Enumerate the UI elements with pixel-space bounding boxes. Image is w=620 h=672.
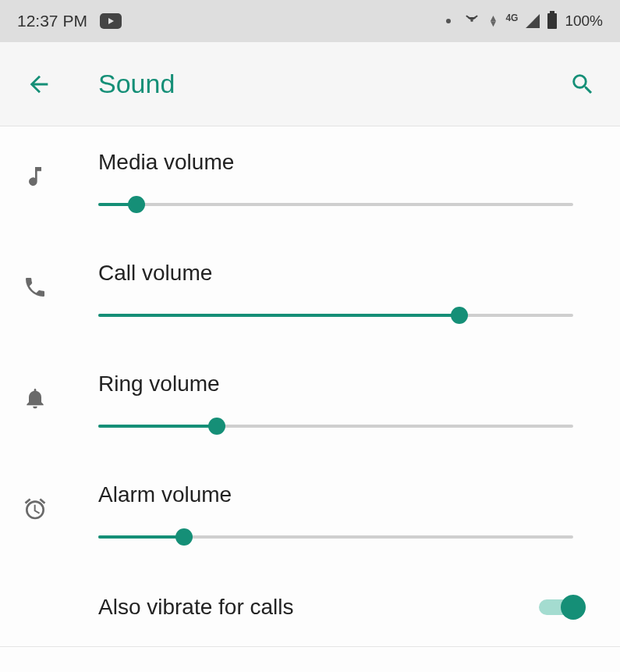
media-volume-slider[interactable] xyxy=(98,195,573,214)
status-time: 12:37 PM xyxy=(17,12,87,30)
signal-icon xyxy=(526,14,540,28)
volume-label: Ring volume xyxy=(98,372,573,396)
volume-item-ring: Ring volume xyxy=(0,348,620,459)
toggle-label: Also vibrate for calls xyxy=(98,595,539,620)
call-volume-slider[interactable] xyxy=(98,306,573,325)
ring-volume-slider[interactable] xyxy=(98,417,573,436)
data-arrows-icon: ▲▼ xyxy=(488,16,498,27)
alarm-clock-icon xyxy=(17,482,53,521)
phone-icon xyxy=(17,261,53,300)
back-button[interactable] xyxy=(23,69,55,100)
music-note-icon xyxy=(17,150,53,189)
content-area[interactable]: Media volume Call volume Ring vo xyxy=(0,126,620,672)
bell-icon xyxy=(17,372,53,411)
status-left: 12:37 PM xyxy=(17,12,122,30)
status-right: ▲▼ 4G 100% xyxy=(446,11,603,32)
search-button[interactable] xyxy=(567,69,598,100)
volume-item-call: Call volume xyxy=(0,237,620,348)
vibrate-switch[interactable] xyxy=(539,593,583,621)
notification-dot-icon xyxy=(446,19,451,23)
divider xyxy=(0,646,620,647)
volume-label: Call volume xyxy=(98,261,573,286)
toggle-item-vibrate: Also vibrate for calls xyxy=(0,570,620,645)
search-icon xyxy=(569,71,596,98)
volume-item-alarm: Alarm volume xyxy=(0,459,620,570)
network-label: 4G xyxy=(505,12,518,23)
volume-label: Media volume xyxy=(98,150,573,175)
app-bar: Sound xyxy=(0,42,620,126)
alarm-volume-slider[interactable] xyxy=(98,528,573,546)
volume-label: Alarm volume xyxy=(98,482,573,507)
battery-text: 100% xyxy=(565,12,603,30)
page-title: Sound xyxy=(98,69,567,99)
volume-item-media: Media volume xyxy=(0,126,620,237)
youtube-icon xyxy=(100,13,122,29)
battery-icon xyxy=(547,13,557,29)
arrow-back-icon xyxy=(26,71,52,98)
status-bar: 12:37 PM ▲▼ 4G 100% xyxy=(0,0,620,42)
hotspot-icon xyxy=(463,11,480,32)
